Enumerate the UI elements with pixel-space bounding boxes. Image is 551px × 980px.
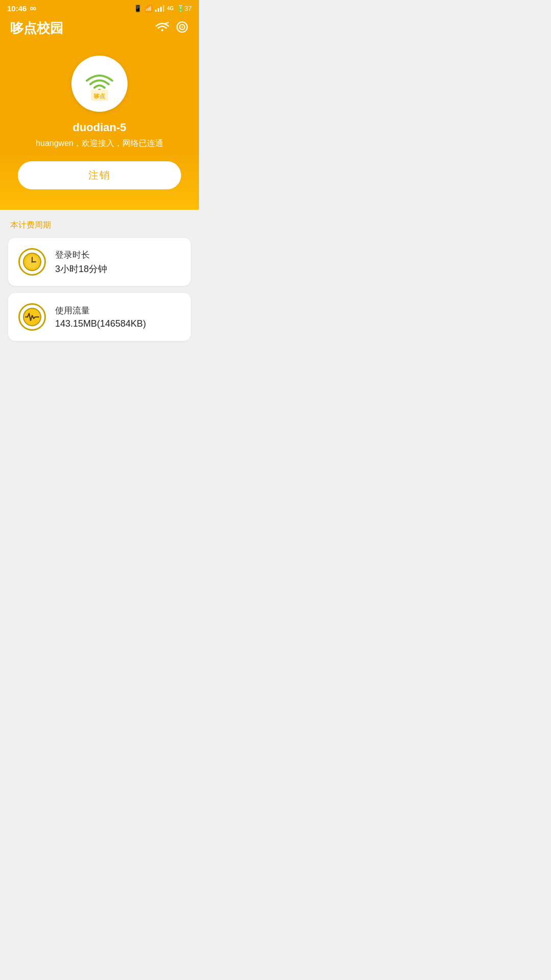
- login-duration-value: 3小时18分钟: [55, 263, 107, 275]
- data-usage-value: 143.15MB(146584KB): [55, 318, 146, 329]
- app-header: 哆点校园: [0, 14, 199, 45]
- svg-point-4: [182, 26, 183, 28]
- billing-period-label: 本计费周期: [8, 220, 191, 231]
- wifi-status-icon: 📶: [144, 5, 153, 12]
- wifi-logo-svg: [84, 66, 115, 92]
- pulse-icon: [22, 307, 42, 327]
- login-duration-info: 登录时长 3小时18分钟: [55, 249, 107, 275]
- status-left: 10:46 ∞: [7, 3, 36, 14]
- welcome-text: huangwen，欢迎接入，网络已连通: [36, 138, 163, 149]
- svg-line-1: [164, 22, 168, 24]
- pulse-icon-container: [18, 303, 46, 331]
- login-duration-title: 登录时长: [55, 249, 107, 261]
- wifi-logo: 哆点: [84, 66, 115, 101]
- data-usage-card: 使用流量 143.15MB(146584KB): [8, 293, 191, 341]
- status-bar: 10:46 ∞ 📱 📶 4G 🔋37: [0, 0, 199, 14]
- content-section: 本计费周期 登录时长 3小时18分钟: [0, 210, 199, 358]
- logo-circle: 哆点: [71, 56, 128, 112]
- login-duration-card: 登录时长 3小时18分钟: [8, 238, 191, 286]
- infinity-icon: ∞: [30, 3, 36, 14]
- phone-icon: 📱: [134, 5, 142, 12]
- battery-display: 🔋37: [177, 5, 192, 12]
- data-usage-info: 使用流量 143.15MB(146584KB): [55, 305, 146, 329]
- clock-icon: [22, 252, 42, 272]
- signal-bars: [155, 5, 164, 12]
- network-type: 4G: [167, 6, 173, 11]
- data-usage-title: 使用流量: [55, 305, 146, 316]
- svg-point-0: [161, 29, 163, 31]
- app-title: 哆点校园: [10, 19, 63, 37]
- logo-label: 哆点: [94, 93, 105, 99]
- scan-icon[interactable]: [176, 20, 189, 37]
- ssid-name: duodian-5: [72, 121, 126, 134]
- wifi-speed-icon[interactable]: [155, 21, 169, 36]
- time-display: 10:46: [7, 4, 27, 13]
- clock-icon-container: [18, 248, 46, 276]
- logout-button[interactable]: 注销: [18, 161, 181, 189]
- hero-section: 哆点 duodian-5 huangwen，欢迎接入，网络已连通 注销: [0, 45, 199, 220]
- status-right: 📱 📶 4G 🔋37: [134, 5, 192, 12]
- svg-point-11: [32, 261, 33, 263]
- header-icons: [155, 20, 189, 37]
